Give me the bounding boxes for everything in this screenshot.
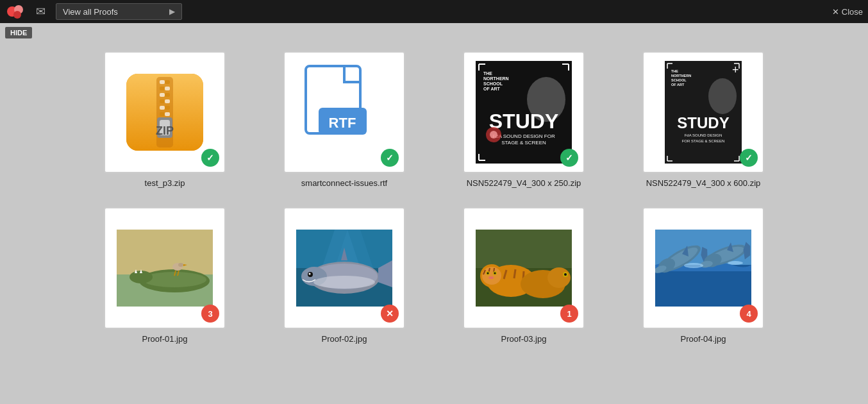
proofs-arrow-icon: ▶ — [169, 7, 175, 16]
svg-rect-13 — [165, 99, 170, 103]
item-label: NSN522479_V4_300 x 600.zip — [646, 178, 761, 188]
item-label: Proof-01.jpg — [142, 334, 188, 344]
status-badge: ✓ — [201, 149, 219, 167]
svg-text:OF ART: OF ART — [671, 83, 685, 87]
svg-text:FdA SOUND DESIGN FOR: FdA SOUND DESIGN FOR — [492, 133, 555, 139]
svg-point-98 — [487, 273, 489, 274]
svg-rect-14 — [160, 106, 165, 110]
svg-rect-10 — [160, 93, 165, 97]
study-poster-icon: THE NORTHERN SCHOOL OF ART STUDY FdA SOU… — [476, 61, 572, 164]
proof-grid: ZIP ✓ test_p3.zip RTF ✓ — [19, 51, 849, 344]
mail-icon[interactable]: ✉ — [31, 2, 51, 21]
item-label: Proof-02.jpg — [322, 334, 367, 344]
svg-rect-9 — [165, 87, 170, 90]
item-thumbnail: THE NORTHERN SCHOOL OF ART + STUDY FdA S… — [642, 51, 764, 173]
item-label: smartconnect-issues.rtf — [301, 178, 387, 188]
svg-rect-15 — [165, 106, 170, 110]
svg-text:THE: THE — [483, 71, 492, 76]
list-item[interactable]: ✕ Proof-02.jpg — [280, 207, 408, 344]
svg-text:SCHOOL: SCHOOL — [671, 78, 687, 82]
status-badge: ✓ — [560, 149, 578, 167]
status-badge: 3 — [201, 305, 219, 323]
main-content: ZIP ✓ test_p3.zip RTF ✓ — [0, 38, 868, 357]
list-item[interactable]: RTF ✓ smartconnect-issues.rtf — [280, 51, 408, 188]
svg-point-69 — [178, 263, 183, 267]
croc-image-icon — [117, 230, 213, 307]
svg-point-100 — [494, 273, 496, 274]
svg-point-56 — [708, 78, 737, 114]
close-button[interactable]: ✕ Close — [832, 7, 863, 17]
hide-button[interactable]: HIDE — [5, 27, 32, 38]
svg-text:STAGE & SCREEN: STAGE & SCREEN — [501, 140, 546, 146]
tiger-image-icon — [476, 230, 572, 307]
list-item[interactable]: 1 Proof-03.jpg — [460, 207, 588, 344]
svg-point-105 — [564, 273, 567, 276]
svg-text:NORTHERN: NORTHERN — [671, 74, 691, 78]
item-thumbnail: ✕ — [283, 207, 405, 329]
status-badge: 4 — [740, 305, 758, 323]
shark-image-icon — [296, 230, 392, 307]
dolphin-image-icon — [655, 230, 751, 307]
topbar: ✉ View all Proofs ▶ ✕ Close — [0, 0, 868, 23]
svg-text:SCHOOL: SCHOOL — [483, 81, 503, 86]
zip-file-icon: ZIP — [120, 67, 210, 157]
svg-text:OF ART: OF ART — [483, 87, 501, 91]
app-logo — [5, 1, 26, 22]
svg-point-121 — [728, 261, 743, 265]
svg-text:STUDY: STUDY — [677, 114, 729, 131]
list-item[interactable]: ZIP ✓ test_p3.zip — [101, 51, 229, 188]
svg-text:STUDY: STUDY — [489, 110, 558, 133]
proofs-button-label: View all Proofs — [63, 7, 118, 17]
svg-point-120 — [684, 263, 703, 268]
svg-rect-8 — [160, 87, 165, 90]
svg-rect-16 — [160, 112, 165, 116]
close-label: Close — [842, 7, 863, 17]
item-label: test_p3.zip — [145, 178, 185, 188]
svg-point-83 — [309, 273, 311, 275]
rtf-file-icon: RTF — [303, 63, 386, 162]
svg-point-84 — [313, 276, 375, 289]
study-poster2-icon: THE NORTHERN SCHOOL OF ART + STUDY FdA S… — [665, 61, 742, 164]
item-thumbnail: RTF ✓ — [283, 51, 405, 173]
svg-point-101 — [488, 276, 494, 279]
svg-line-90 — [514, 269, 515, 278]
list-item[interactable]: THE NORTHERN SCHOOL OF ART STUDY FdA SOU… — [460, 51, 588, 188]
item-thumbnail: 1 — [463, 207, 585, 329]
item-thumbnail: THE NORTHERN SCHOOL OF ART STUDY FdA SOU… — [463, 51, 585, 173]
svg-rect-7 — [165, 80, 170, 84]
list-item[interactable]: 3 Proof-01.jpg — [101, 207, 229, 344]
close-x-icon: ✕ — [832, 7, 839, 17]
view-all-proofs-button[interactable]: View all Proofs ▶ — [56, 3, 182, 20]
status-badge: ✕ — [381, 305, 399, 323]
svg-text:RTF: RTF — [329, 115, 356, 131]
svg-text:FOR STAGE & SCREEN: FOR STAGE & SCREEN — [682, 139, 725, 143]
list-item[interactable]: 4 Proof-04.jpg — [639, 207, 767, 344]
svg-text:ZIP: ZIP — [156, 124, 174, 137]
item-thumbnail: ZIP ✓ — [104, 51, 226, 173]
status-badge: 1 — [560, 305, 578, 323]
svg-rect-11 — [165, 93, 170, 97]
svg-rect-12 — [160, 99, 165, 103]
svg-point-103 — [547, 267, 571, 288]
list-item[interactable]: THE NORTHERN SCHOOL OF ART + STUDY FdA S… — [639, 51, 767, 188]
svg-point-2 — [13, 11, 21, 19]
item-thumbnail: 3 — [104, 207, 226, 329]
status-badge: ✓ — [381, 149, 399, 167]
svg-text:NORTHERN: NORTHERN — [483, 76, 509, 81]
item-label: Proof-03.jpg — [501, 334, 547, 344]
svg-rect-6 — [160, 80, 165, 84]
svg-rect-17 — [165, 112, 170, 116]
svg-text:FdA SOUND DESIGN: FdA SOUND DESIGN — [685, 133, 722, 137]
svg-point-42 — [490, 131, 497, 139]
item-label: Proof-04.jpg — [681, 334, 726, 344]
status-badge: ✓ — [740, 149, 758, 167]
item-thumbnail: 4 — [642, 207, 764, 329]
svg-text:+: + — [732, 63, 739, 76]
item-label: NSN522479_V4_300 x 250.zip — [467, 178, 581, 188]
svg-point-93 — [482, 267, 501, 285]
svg-text:THE: THE — [671, 69, 678, 73]
